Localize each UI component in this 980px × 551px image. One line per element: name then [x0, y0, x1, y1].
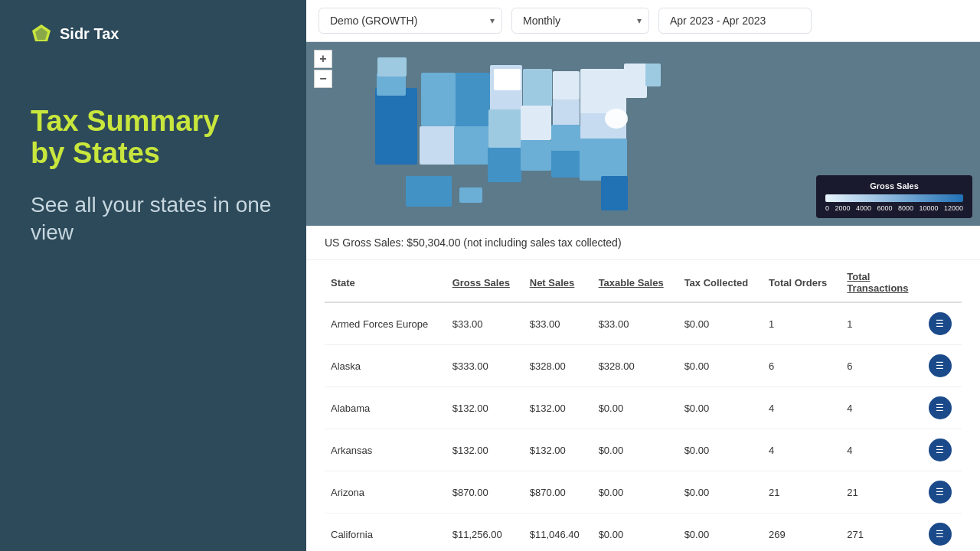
cell-gross_sales: $870.00	[446, 471, 524, 514]
cell-net_sales: $328.00	[524, 345, 593, 387]
table-row: Arkansas$132.00$132.00$0.00$0.0044☰	[325, 429, 962, 471]
action-cell: ☰	[923, 302, 962, 345]
gross-sales-summary: US Gross Sales: $50,304.00 (not includin…	[306, 226, 980, 260]
cell-tax_collected: $0.00	[678, 345, 763, 387]
row-action-button[interactable]: ☰	[929, 396, 952, 419]
cell-taxable_sales: $0.00	[593, 429, 678, 471]
table-row: Alaska$333.00$328.00$328.00$0.0066☰	[325, 345, 962, 387]
col-tax-collected: Tax Collected	[678, 260, 763, 302]
zoom-in-button[interactable]: +	[314, 50, 332, 68]
svg-rect-25	[601, 176, 628, 210]
svg-rect-15	[521, 140, 551, 171]
sidebar: Sidr Tax Tax Summary by States See all y…	[0, 0, 306, 551]
action-cell: ☰	[923, 471, 962, 514]
svg-rect-29	[459, 187, 482, 203]
action-cell: ☰	[923, 345, 962, 387]
cell-net_sales: $11,046.40	[524, 514, 593, 552]
col-gross-sales: Gross Sales	[446, 260, 524, 302]
cell-taxable_sales: $0.00	[593, 471, 678, 514]
account-select[interactable]: Demo (GROWTH)	[318, 8, 502, 34]
table-row: Arizona$870.00$870.00$0.00$0.002121☰	[325, 471, 962, 514]
svg-rect-28	[406, 176, 452, 207]
svg-rect-23	[624, 64, 647, 98]
svg-rect-11	[488, 109, 522, 148]
row-action-button[interactable]: ☰	[929, 481, 952, 504]
cell-tax_collected: $0.00	[678, 387, 763, 429]
logo-icon	[31, 23, 52, 44]
svg-rect-18	[551, 125, 580, 152]
cell-tax_collected: $0.00	[678, 429, 763, 471]
svg-rect-17	[553, 99, 580, 126]
logo-text: Sidr Tax	[60, 25, 119, 43]
cell-total_orders: 4	[763, 387, 841, 429]
col-actions	[923, 260, 962, 302]
svg-rect-7	[420, 126, 456, 165]
col-total-transactions: TotalTransactions	[841, 260, 923, 302]
cell-gross_sales: $11,256.00	[446, 514, 524, 552]
topbar: Demo (GROWTH) ▾ MonthlyWeeklyDailyYearly…	[306, 0, 980, 42]
sidebar-heading: Tax Summary by States	[31, 106, 276, 170]
cell-total_transactions: 4	[841, 429, 923, 471]
cell-total_transactions: 271	[841, 514, 923, 552]
svg-rect-9	[454, 126, 491, 165]
svg-rect-5	[377, 57, 407, 77]
svg-rect-20	[580, 69, 626, 115]
cell-taxable_sales: $0.00	[593, 387, 678, 429]
cell-total_orders: 1	[763, 302, 841, 345]
sidebar-description: See all your states in one view	[31, 191, 276, 247]
cell-net_sales: $132.00	[524, 429, 593, 471]
row-action-button[interactable]: ☰	[929, 312, 952, 335]
svg-rect-19	[551, 151, 580, 178]
row-action-button[interactable]: ☰	[929, 523, 952, 546]
main-content: Demo (GROWTH) ▾ MonthlyWeeklyDailyYearly…	[306, 0, 980, 551]
cell-tax_collected: $0.00	[678, 302, 763, 345]
cell-total_transactions: 21	[841, 471, 923, 514]
cell-net_sales: $33.00	[524, 302, 593, 345]
table-header: State Gross Sales Net Sales Taxable Sale…	[325, 260, 962, 302]
col-total-orders: Total Orders	[763, 260, 841, 302]
table-row: Alabama$132.00$132.00$0.00$0.0044☰	[325, 387, 962, 429]
svg-rect-27	[494, 69, 521, 90]
svg-rect-8	[456, 73, 490, 126]
row-action-button[interactable]: ☰	[929, 354, 952, 377]
account-select-wrapper: Demo (GROWTH) ▾	[318, 8, 502, 34]
cell-total_orders: 4	[763, 429, 841, 471]
cell-state: Alabama	[325, 387, 446, 429]
col-net-sales: Net Sales	[524, 260, 593, 302]
cell-gross_sales: $333.00	[446, 345, 524, 387]
action-cell: ☰	[923, 387, 962, 429]
cell-total_orders: 6	[763, 345, 841, 387]
states-table: State Gross Sales Net Sales Taxable Sale…	[325, 260, 962, 551]
period-select[interactable]: MonthlyWeeklyDailyYearly	[511, 8, 649, 34]
cell-taxable_sales: $33.00	[593, 302, 678, 345]
svg-rect-13	[523, 69, 552, 107]
svg-rect-24	[645, 64, 661, 86]
row-action-button[interactable]: ☰	[929, 439, 952, 461]
table-row: California$11,256.00$11,046.40$0.00$0.00…	[325, 514, 962, 552]
cell-taxable_sales: $0.00	[593, 514, 678, 552]
cell-state: California	[325, 514, 446, 552]
date-range-display: Apr 2023 - Apr 2023	[658, 8, 812, 34]
map-legend: Gross Sales 0 2000 4000 6000 8000 10000 …	[816, 175, 972, 218]
svg-rect-6	[421, 73, 456, 126]
map-controls: + −	[314, 50, 332, 90]
table-row: Armed Forces Europe$33.00$33.00$33.00$0.…	[325, 302, 962, 345]
table-wrapper: State Gross Sales Net Sales Taxable Sale…	[306, 260, 980, 551]
cell-gross_sales: $33.00	[446, 302, 524, 345]
zoom-out-button[interactable]: −	[314, 70, 332, 88]
logo-area: Sidr Tax	[31, 23, 276, 44]
cell-total_transactions: 4	[841, 387, 923, 429]
legend-title: Gross Sales	[825, 181, 963, 191]
cell-tax_collected: $0.00	[678, 514, 763, 552]
svg-rect-3	[375, 88, 417, 165]
cell-total_orders: 21	[763, 471, 841, 514]
period-select-wrapper: MonthlyWeeklyDailyYearly ▾	[511, 8, 649, 34]
col-taxable-sales: Taxable Sales	[593, 260, 678, 302]
map-section: + −	[306, 42, 980, 226]
svg-rect-14	[521, 106, 551, 140]
cell-gross_sales: $132.00	[446, 429, 524, 471]
legend-labels: 0 2000 4000 6000 8000 10000 12000	[825, 204, 963, 212]
svg-point-26	[605, 109, 628, 129]
data-section: US Gross Sales: $50,304.00 (not includin…	[306, 226, 980, 551]
cell-total_transactions: 6	[841, 345, 923, 387]
